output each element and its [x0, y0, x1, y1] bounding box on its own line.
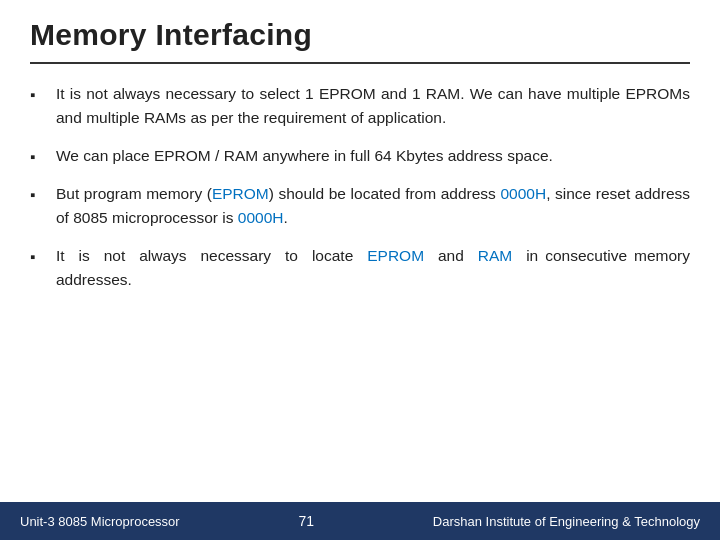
slide-footer: Unit-3 8085 Microprocessor 71 Darshan In…: [0, 502, 720, 540]
list-item: ▪ But program memory (EPROM) should be l…: [30, 182, 690, 230]
bullet-text: But program memory (EPROM) should be loc…: [56, 182, 690, 230]
highlight-0000h-1: 0000H: [500, 185, 546, 202]
highlight-eprom: EPROM: [212, 185, 269, 202]
main-content: Memory Interfacing ▪ It is not always ne…: [0, 0, 720, 502]
footer-page-number: 71: [298, 513, 314, 529]
list-item: ▪ It is not always necessary to locate E…: [30, 244, 690, 292]
list-item: ▪ It is not always necessary to select 1…: [30, 82, 690, 130]
slide-container: Memory Interfacing ▪ It is not always ne…: [0, 0, 720, 540]
bullet-text: We can place EPROM / RAM anywhere in ful…: [56, 144, 690, 168]
bullet-icon: ▪: [30, 183, 48, 206]
slide-title: Memory Interfacing: [30, 18, 690, 52]
bullet-icon: ▪: [30, 245, 48, 268]
footer-left: Unit-3 8085 Microprocessor: [20, 514, 180, 529]
bullet-text: It is not always necessary to select 1 E…: [56, 82, 690, 130]
highlight-eprom-2: EPROM: [367, 247, 424, 264]
highlight-ram: RAM: [478, 247, 512, 264]
bullet-text: It is not always necessary to locate EPR…: [56, 244, 690, 292]
bullet-list: ▪ It is not always necessary to select 1…: [30, 82, 690, 292]
list-item: ▪ We can place EPROM / RAM anywhere in f…: [30, 144, 690, 168]
bullet-icon: ▪: [30, 145, 48, 168]
title-divider: [30, 62, 690, 64]
highlight-0000h-2: 0000H: [238, 209, 284, 226]
bullet-icon: ▪: [30, 83, 48, 106]
footer-right: Darshan Institute of Engineering & Techn…: [433, 514, 700, 529]
